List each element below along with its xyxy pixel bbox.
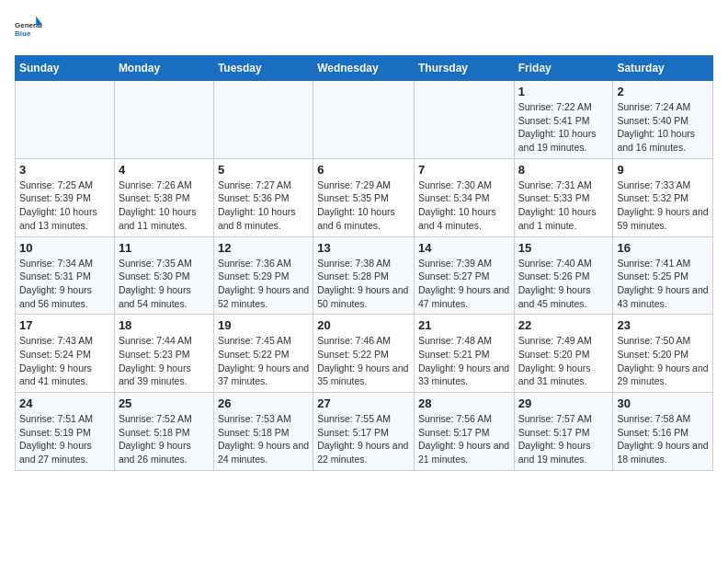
day-number: 23 bbox=[617, 318, 709, 332]
day-number: 26 bbox=[218, 396, 309, 410]
day-info: Sunrise: 7:29 AM Sunset: 5:35 PM Dayligh… bbox=[317, 178, 410, 233]
day-info: Sunrise: 7:24 AM Sunset: 5:40 PM Dayligh… bbox=[617, 100, 709, 155]
calendar-cell: 19Sunrise: 7:45 AM Sunset: 5:22 PM Dayli… bbox=[213, 315, 313, 393]
day-number: 14 bbox=[418, 241, 510, 255]
day-info: Sunrise: 7:48 AM Sunset: 5:21 PM Dayligh… bbox=[418, 334, 510, 388]
calendar-header-row: SundayMondayTuesdayWednesdayThursdayFrid… bbox=[16, 56, 713, 81]
calendar-week-1: 1Sunrise: 7:22 AM Sunset: 5:41 PM Daylig… bbox=[16, 81, 713, 159]
calendar-cell: 3Sunrise: 7:25 AM Sunset: 5:39 PM Daylig… bbox=[16, 158, 115, 236]
calendar-cell: 28Sunrise: 7:56 AM Sunset: 5:17 PM Dayli… bbox=[414, 393, 514, 471]
day-number: 18 bbox=[119, 318, 210, 332]
calendar-body: 1Sunrise: 7:22 AM Sunset: 5:41 PM Daylig… bbox=[16, 81, 713, 471]
day-info: Sunrise: 7:35 AM Sunset: 5:30 PM Dayligh… bbox=[119, 257, 210, 311]
day-info: Sunrise: 7:26 AM Sunset: 5:38 PM Dayligh… bbox=[119, 178, 210, 233]
calendar-cell bbox=[16, 81, 115, 159]
day-number: 17 bbox=[19, 318, 110, 332]
svg-text:Blue: Blue bbox=[15, 29, 31, 38]
day-number: 1 bbox=[518, 85, 609, 98]
calendar-cell: 24Sunrise: 7:51 AM Sunset: 5:19 PM Dayli… bbox=[16, 393, 115, 471]
day-info: Sunrise: 7:56 AM Sunset: 5:17 PM Dayligh… bbox=[418, 412, 510, 466]
calendar-cell: 8Sunrise: 7:31 AM Sunset: 5:33 PM Daylig… bbox=[514, 158, 613, 236]
day-number: 2 bbox=[617, 85, 709, 98]
day-info: Sunrise: 7:33 AM Sunset: 5:32 PM Dayligh… bbox=[617, 178, 709, 233]
day-info: Sunrise: 7:25 AM Sunset: 5:39 PM Dayligh… bbox=[19, 178, 110, 233]
day-info: Sunrise: 7:34 AM Sunset: 5:31 PM Dayligh… bbox=[19, 257, 110, 311]
day-number: 5 bbox=[218, 163, 309, 177]
day-number: 10 bbox=[19, 241, 110, 255]
day-info: Sunrise: 7:27 AM Sunset: 5:36 PM Dayligh… bbox=[218, 178, 309, 233]
day-number: 15 bbox=[518, 241, 609, 255]
calendar-cell: 13Sunrise: 7:38 AM Sunset: 5:28 PM Dayli… bbox=[313, 236, 415, 315]
calendar-cell: 26Sunrise: 7:53 AM Sunset: 5:18 PM Dayli… bbox=[213, 393, 313, 471]
calendar-cell: 6Sunrise: 7:29 AM Sunset: 5:35 PM Daylig… bbox=[313, 158, 415, 236]
day-number: 4 bbox=[119, 163, 210, 177]
day-number: 13 bbox=[317, 241, 410, 255]
day-info: Sunrise: 7:44 AM Sunset: 5:23 PM Dayligh… bbox=[119, 334, 210, 388]
column-header-monday: Monday bbox=[114, 56, 213, 81]
day-info: Sunrise: 7:50 AM Sunset: 5:20 PM Dayligh… bbox=[617, 334, 709, 388]
day-info: Sunrise: 7:49 AM Sunset: 5:20 PM Dayligh… bbox=[518, 334, 609, 388]
day-info: Sunrise: 7:40 AM Sunset: 5:26 PM Dayligh… bbox=[518, 257, 609, 311]
day-number: 3 bbox=[19, 163, 110, 177]
day-number: 22 bbox=[518, 318, 609, 332]
day-info: Sunrise: 7:43 AM Sunset: 5:24 PM Dayligh… bbox=[19, 334, 110, 388]
day-info: Sunrise: 7:45 AM Sunset: 5:22 PM Dayligh… bbox=[218, 334, 309, 388]
calendar-cell: 15Sunrise: 7:40 AM Sunset: 5:26 PM Dayli… bbox=[514, 236, 613, 315]
calendar-cell bbox=[213, 81, 313, 159]
day-info: Sunrise: 7:51 AM Sunset: 5:19 PM Dayligh… bbox=[19, 412, 110, 466]
day-info: Sunrise: 7:31 AM Sunset: 5:33 PM Dayligh… bbox=[518, 178, 609, 233]
calendar-cell: 5Sunrise: 7:27 AM Sunset: 5:36 PM Daylig… bbox=[213, 158, 313, 236]
day-number: 21 bbox=[418, 318, 510, 332]
day-number: 9 bbox=[617, 163, 709, 177]
calendar-week-5: 24Sunrise: 7:51 AM Sunset: 5:19 PM Dayli… bbox=[16, 393, 713, 471]
calendar-week-3: 10Sunrise: 7:34 AM Sunset: 5:31 PM Dayli… bbox=[16, 236, 713, 315]
day-info: Sunrise: 7:46 AM Sunset: 5:22 PM Dayligh… bbox=[317, 334, 410, 388]
calendar-cell: 20Sunrise: 7:46 AM Sunset: 5:22 PM Dayli… bbox=[313, 315, 415, 393]
calendar-cell: 25Sunrise: 7:52 AM Sunset: 5:18 PM Dayli… bbox=[114, 393, 213, 471]
calendar-cell: 10Sunrise: 7:34 AM Sunset: 5:31 PM Dayli… bbox=[16, 236, 115, 315]
day-number: 7 bbox=[418, 163, 510, 177]
day-number: 11 bbox=[119, 241, 210, 255]
day-number: 20 bbox=[317, 318, 410, 332]
logo-icon: GeneralBlue bbox=[15, 15, 44, 44]
calendar-cell: 22Sunrise: 7:49 AM Sunset: 5:20 PM Dayli… bbox=[514, 315, 613, 393]
day-number: 8 bbox=[518, 163, 609, 177]
day-info: Sunrise: 7:58 AM Sunset: 5:16 PM Dayligh… bbox=[617, 412, 709, 466]
calendar-cell: 14Sunrise: 7:39 AM Sunset: 5:27 PM Dayli… bbox=[414, 236, 514, 315]
calendar-cell: 7Sunrise: 7:30 AM Sunset: 5:34 PM Daylig… bbox=[414, 158, 514, 236]
day-info: Sunrise: 7:55 AM Sunset: 5:17 PM Dayligh… bbox=[317, 412, 410, 466]
day-number: 25 bbox=[119, 396, 210, 410]
column-header-saturday: Saturday bbox=[613, 56, 713, 81]
calendar-cell: 4Sunrise: 7:26 AM Sunset: 5:38 PM Daylig… bbox=[114, 158, 213, 236]
day-number: 16 bbox=[617, 241, 709, 255]
calendar-cell: 30Sunrise: 7:58 AM Sunset: 5:16 PM Dayli… bbox=[613, 393, 713, 471]
day-info: Sunrise: 7:57 AM Sunset: 5:17 PM Dayligh… bbox=[518, 412, 609, 466]
calendar-cell bbox=[313, 81, 415, 159]
calendar-cell: 12Sunrise: 7:36 AM Sunset: 5:29 PM Dayli… bbox=[213, 236, 313, 315]
calendar-cell: 1Sunrise: 7:22 AM Sunset: 5:41 PM Daylig… bbox=[514, 81, 613, 159]
calendar-table: SundayMondayTuesdayWednesdayThursdayFrid… bbox=[15, 55, 713, 471]
day-number: 30 bbox=[617, 396, 709, 410]
column-header-sunday: Sunday bbox=[16, 56, 115, 81]
column-header-thursday: Thursday bbox=[414, 56, 514, 81]
column-header-wednesday: Wednesday bbox=[313, 56, 415, 81]
column-header-friday: Friday bbox=[514, 56, 613, 81]
calendar-cell: 29Sunrise: 7:57 AM Sunset: 5:17 PM Dayli… bbox=[514, 393, 613, 471]
calendar-cell: 17Sunrise: 7:43 AM Sunset: 5:24 PM Dayli… bbox=[16, 315, 115, 393]
day-info: Sunrise: 7:41 AM Sunset: 5:25 PM Dayligh… bbox=[617, 257, 709, 311]
calendar-cell: 18Sunrise: 7:44 AM Sunset: 5:23 PM Dayli… bbox=[114, 315, 213, 393]
calendar-cell: 23Sunrise: 7:50 AM Sunset: 5:20 PM Dayli… bbox=[613, 315, 713, 393]
day-number: 29 bbox=[518, 396, 609, 410]
page-header: GeneralBlue bbox=[15, 15, 713, 44]
day-number: 28 bbox=[418, 396, 510, 410]
calendar-cell: 27Sunrise: 7:55 AM Sunset: 5:17 PM Dayli… bbox=[313, 393, 415, 471]
column-header-tuesday: Tuesday bbox=[213, 56, 313, 81]
calendar-cell: 11Sunrise: 7:35 AM Sunset: 5:30 PM Dayli… bbox=[114, 236, 213, 315]
day-number: 24 bbox=[19, 396, 110, 410]
logo: GeneralBlue bbox=[15, 15, 44, 44]
day-info: Sunrise: 7:39 AM Sunset: 5:27 PM Dayligh… bbox=[418, 257, 510, 311]
calendar-cell bbox=[114, 81, 213, 159]
calendar-week-4: 17Sunrise: 7:43 AM Sunset: 5:24 PM Dayli… bbox=[16, 315, 713, 393]
calendar-cell bbox=[414, 81, 514, 159]
calendar-cell: 2Sunrise: 7:24 AM Sunset: 5:40 PM Daylig… bbox=[613, 81, 713, 159]
